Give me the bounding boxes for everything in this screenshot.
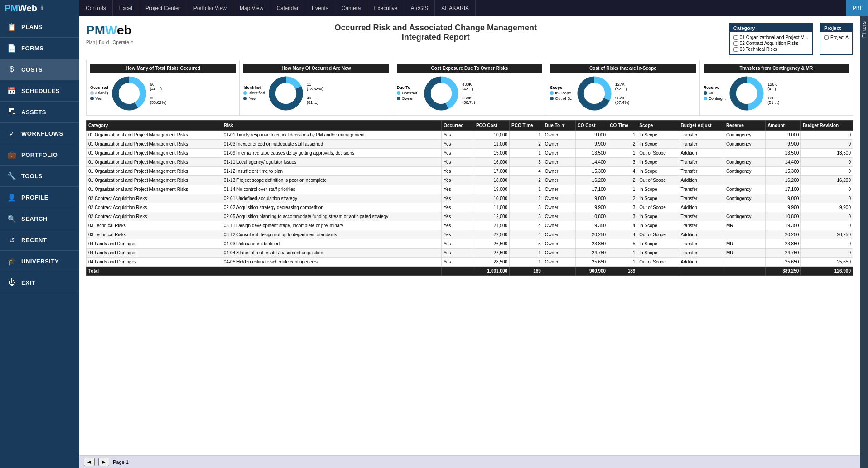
sidebar-item-schedules[interactable]: 📅SCHEDULES (0, 80, 79, 102)
sidebar-item-tools[interactable]: 🔧TOOLS (0, 166, 79, 187)
nav-item-excel[interactable]: Excel (113, 0, 139, 16)
sidebar-item-costs[interactable]: $COSTS (0, 59, 79, 80)
chart-body-1: IdentifiedIdentifiedNew11 (18.33%)49 (81… (243, 75, 389, 112)
sidebar-label: ASSETS (21, 109, 46, 116)
chart-section-2: Cost Exposure Due To Owner RisksDue ToCo… (393, 60, 546, 115)
category-filter: Category 01 Organizational and Project M… (729, 23, 813, 55)
nav-item-pbi[interactable]: PBI (846, 0, 868, 16)
category-filter-content: 01 Organizational and Project M...02 Con… (730, 32, 812, 54)
table-row: 02 Contract Acquisition Risks02-02 Acqui… (87, 203, 853, 212)
sidebar-item-exit[interactable]: ⏻EXIT (0, 272, 79, 293)
table-cell: 01-09 Internal red tape causes delay get… (222, 149, 442, 158)
category-label: 02 Contract Acquisition Risks (740, 41, 799, 46)
sidebar-item-search[interactable]: 🔍SEARCH (0, 208, 79, 229)
table-cell: 9,900 (575, 140, 608, 149)
nav-item-project-center[interactable]: Project Center (139, 0, 187, 16)
nav-item-controls[interactable]: Controls (79, 0, 113, 16)
table-cell: 14,400 (766, 158, 801, 167)
table-cell: 16,000 (474, 158, 509, 167)
chart-title-4: Transfers from Contingency & MR (704, 64, 849, 73)
chart-section-1: How Many Of Occurred Are NewIdentifiedId… (240, 60, 393, 115)
nav-item-calendar[interactable]: Calendar (270, 0, 305, 16)
table-row: 01 Organizational and Project Management… (87, 149, 853, 158)
nav-item-al-akaria[interactable]: AL AKARIA (435, 0, 476, 16)
nav-item-executive[interactable]: Executive (367, 0, 404, 16)
nav-item-camera[interactable]: Camera (335, 0, 368, 16)
table-cell: In Scope (637, 185, 679, 194)
sidebar-item-profile[interactable]: 👤PROFILE (0, 187, 79, 208)
project-filter-item: Project A (824, 35, 849, 40)
table-header-category: Category (87, 121, 222, 131)
table-cell: 1 (608, 131, 637, 140)
nav-item-events[interactable]: Events (305, 0, 335, 16)
chart-values-3: 127K (32....)262K (67.4%) (615, 81, 630, 106)
table-cell: 20,250 (575, 230, 608, 239)
table-cell (724, 203, 765, 212)
legend-item: Contract... (397, 91, 421, 95)
sidebar-label: PORTFOLIO (21, 151, 58, 158)
legend-item: Identified (243, 91, 265, 95)
next-page-button[interactable]: ▶ (98, 458, 109, 466)
legend-item: Yes (90, 96, 108, 101)
total-cell: 900,900 (575, 267, 608, 276)
total-cell: 189 (510, 267, 543, 276)
table-cell: 1 (510, 185, 543, 194)
nav-bar: ControlsExcelProject CenterPortfolio Vie… (79, 0, 868, 16)
prev-page-button[interactable]: ◀ (84, 458, 95, 466)
sidebar-item-plans[interactable]: 📋PLANS (0, 16, 79, 38)
table-cell: 1 (608, 149, 637, 158)
project-checkbox[interactable] (824, 35, 829, 40)
table-cell: Yes (442, 167, 474, 176)
table-cell: Out of Scope (637, 176, 679, 185)
table-cell: 2 (608, 176, 637, 185)
category-label: 01 Organizational and Project M... (740, 35, 808, 40)
info-icon[interactable]: ℹ (41, 5, 43, 12)
nav-item-portfolio-view[interactable]: Portfolio View (187, 0, 233, 16)
sidebar-icon-exit: ⏻ (7, 278, 17, 288)
table-cell: 16,200 (766, 176, 801, 185)
table-row: 04 Lands and Damages04-05 Hidden estimat… (87, 258, 853, 267)
legend-item: In Scope (550, 91, 574, 95)
table-cell: 04 Lands and Damages (87, 258, 222, 267)
report-container: PMWeb Plan | Build | Operate™ Occurred R… (79, 16, 860, 455)
page-label: Page 1 (113, 459, 129, 465)
sidebar-item-university[interactable]: 🎓UNIVERSITY (0, 251, 79, 272)
table-cell: 02 Contract Acquisition Risks (87, 194, 222, 203)
table-cell: 01 Organizational and Project Management… (87, 140, 222, 149)
nav-item-arcgis[interactable]: ArcGIS (404, 0, 435, 16)
total-cell (637, 267, 679, 276)
table-cell: 0 (801, 221, 853, 230)
table-row: 04 Lands and Damages04-03 Relocations id… (87, 239, 853, 249)
sidebar-item-forms[interactable]: 📄FORMS (0, 38, 79, 59)
sidebar-item-portfolio[interactable]: 💼PORTFOLIO (0, 144, 79, 166)
category-filter-item: 03 Technical Risks (733, 47, 808, 52)
sidebar-icon-tools: 🔧 (7, 171, 17, 181)
total-cell: 1,001,000 (474, 267, 509, 276)
table-cell: MR (724, 239, 765, 249)
content-area: PMWeb Plan | Build | Operate™ Occurred R… (79, 16, 860, 468)
project-label: Project A (830, 35, 849, 40)
table-cell: 9,000 (575, 131, 608, 140)
table-cell: Addition (679, 149, 724, 158)
table-cell: 15,300 (575, 167, 608, 176)
sidebar-item-assets[interactable]: 🏗ASSETS (0, 102, 79, 123)
table-cell: 1 (510, 249, 543, 258)
table-cell: Yes (442, 221, 474, 230)
sidebar-item-recent[interactable]: ↺RECENT (0, 229, 79, 251)
category-checkbox[interactable] (733, 47, 738, 52)
category-checkbox[interactable] (733, 35, 738, 40)
sidebar-item-workflows[interactable]: ✓WORKFLOWS (0, 123, 79, 144)
filters-label[interactable]: Filters (861, 21, 867, 38)
table-cell: 4 (608, 230, 637, 239)
nav-item-map-view[interactable]: Map View (233, 0, 270, 16)
filters-sidebar[interactable]: Filters (860, 16, 868, 468)
table-cell: Owner (543, 203, 575, 212)
table-cell: MR (724, 249, 765, 258)
donut-chart-0 (111, 75, 147, 112)
category-checkbox[interactable] (733, 41, 738, 46)
project-filter-content: Project A (820, 32, 852, 43)
data-table: CategoryRiskOccurredPCO CostPCO TimeDue … (86, 120, 853, 276)
table-cell: 1 (608, 249, 637, 258)
total-cell (442, 267, 474, 276)
donut-chart-1 (268, 75, 304, 112)
